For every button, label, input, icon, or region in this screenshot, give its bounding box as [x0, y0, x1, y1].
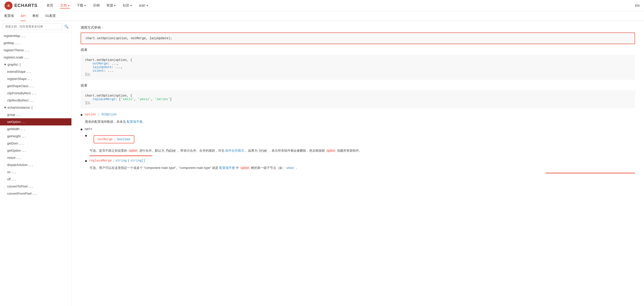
replacemerge-option-highlight: option — [240, 166, 250, 170]
param-option-type: ECOption — [102, 113, 117, 116]
sidebar-item-registershape[interactable]: registerShape ... , — [0, 75, 72, 82]
logo[interactable]: ECHARTS — [4, 2, 38, 10]
sidebar-item-convertfrompixel[interactable]: convertFromPixel ... , — [0, 190, 72, 197]
community-chevron-icon: ▼ — [130, 4, 132, 7]
resources-chevron-icon: ▼ — [114, 4, 116, 7]
sidebar-item-getwidth[interactable]: getWidth ... , — [0, 126, 72, 132]
replacemerge-container: replaceMerge : string | string[] — [85, 159, 635, 162]
sidebar-item-getoption[interactable]: getOption ... , — [0, 147, 72, 154]
notmerge-colon: : — [114, 138, 116, 141]
sidebar-item-on[interactable]: on ... , — [0, 168, 72, 176]
notmerge-option-highlight: option — [128, 148, 138, 152]
sidebar-item-setoption[interactable]: setOption ... , — [0, 118, 72, 126]
or-text-1: 或者 — [80, 48, 635, 52]
nav-docs[interactable]: 文档 ▼ — [60, 2, 70, 8]
sidebar-item-off[interactable]: off ... , — [0, 176, 72, 183]
param-option-colon: : — [96, 113, 102, 116]
sidebar-item-registermap[interactable]: registerMap ... , — [0, 32, 72, 40]
notmerge-container: notMerge : boolean — [85, 134, 635, 145]
content-area: 调用方式举例： chart.setOption(option, notMerge… — [72, 21, 644, 306]
top-nav: ECHARTS 首页 文档 ▼ 下载 ▼ 示例 资源 ▼ 社区 ▼ ASF ▼ … — [0, 0, 644, 11]
main-layout: 🔍 registerMap ... , getMap ... , registe… — [0, 21, 644, 306]
bullet-option — [80, 114, 82, 116]
sidebar-item-cliprectbyrect[interactable]: clipRectByRect ... , — [0, 97, 72, 104]
sidebar-item-converttopixel[interactable]: convertToPixel ... , — [0, 183, 72, 190]
notmerge-option-highlight-2: option — [326, 148, 336, 152]
notmerge-label: notMerge — [98, 138, 113, 141]
merge-mode-link[interactable]: 组件合并模式 — [225, 149, 244, 152]
subnav-tutorial[interactable]: 教程 — [32, 11, 39, 21]
asf-chevron-icon: ▼ — [146, 4, 148, 7]
subnav-gl[interactable]: GL配置 — [46, 11, 56, 21]
sidebar-item-getdom[interactable]: getDom ... , — [0, 140, 72, 147]
red-underline-decoration-1 — [90, 156, 635, 156]
notmerge-type: boolean — [117, 138, 130, 141]
opts-item: opts — [80, 127, 635, 131]
sub-nav: 配置项 API 教程 GL配置 — [0, 11, 644, 21]
config-handbook-link[interactable]: 配置项手册 — [127, 120, 142, 124]
bullet-notmerge — [85, 135, 87, 137]
call-example-label: 调用方式举例： — [80, 26, 635, 30]
nav-home[interactable]: 首页 — [46, 2, 53, 8]
collapse-icon: ▼ — [4, 63, 7, 66]
param-option-label: option — [85, 113, 96, 116]
sidebar-item-group[interactable]: group ... , — [0, 111, 72, 118]
sidebar-item-getshapeclass[interactable]: getShapeClass ... , — [0, 82, 72, 90]
bullet-replacemerge — [85, 160, 87, 162]
replacemerge-sep: | — [128, 159, 130, 162]
subnav-config[interactable]: 配置项 — [4, 11, 14, 21]
replacemerge-handbook-link[interactable]: 配置项手册 — [219, 166, 235, 170]
sidebar-item-getmap[interactable]: getMap ... , — [0, 40, 72, 46]
search-box: 🔍 — [0, 21, 72, 32]
red-underline-decoration-2 — [80, 173, 635, 174]
code-block-2: chart.setOption(option, { notMerge: ...,… — [80, 55, 635, 80]
logo-text: ECHARTS — [14, 3, 38, 8]
replacemerge-colon: : — [113, 159, 114, 162]
nav-download[interactable]: 下载 ▼ — [76, 3, 86, 8]
sidebar-item-extendshape[interactable]: extendShape ... , — [0, 68, 72, 75]
replacemerge-content: replaceMerge : string | string[] — [89, 159, 145, 162]
nav-resources[interactable]: 资源 ▼ — [106, 3, 116, 8]
notmerge-item: notMerge : boolean — [85, 134, 635, 145]
sidebar: 🔍 registerMap ... , getMap ... , registe… — [0, 21, 72, 306]
red-line-1 — [90, 156, 152, 156]
echartsinstance-collapse-icon: ▼ — [4, 106, 7, 109]
sidebar-item-registertheme[interactable]: registerTheme ... , — [0, 46, 72, 54]
opts-content: opts — [85, 127, 92, 131]
replacemerge-item: replaceMerge : string | string[] — [85, 159, 635, 162]
logo-icon — [4, 2, 12, 10]
lang-switch[interactable]: EN — [635, 4, 640, 8]
sidebar-item-registerlocale[interactable]: registerLocale ... , — [0, 54, 72, 61]
nav-community[interactable]: 社区 ▼ — [123, 3, 132, 8]
subnav-api[interactable]: API — [20, 11, 26, 21]
sidebar-item-getheight[interactable]: getHeight ... , — [0, 132, 72, 140]
search-input[interactable] — [3, 23, 62, 30]
notmerge-desc: 可选。是否不跟之前设置的 option 进行合并。默认为 false 。即表示合… — [90, 148, 635, 154]
red-line-2 — [546, 173, 635, 174]
sidebar-item-clippointsbyrect[interactable]: clipPointsByRect ... , — [0, 90, 72, 97]
replacemerge-type1: string — [115, 159, 126, 162]
replacemerge-type2: string[] — [130, 159, 145, 162]
param-option-desc: 图表的配置项和数据，具体见 配置项手册。 — [85, 119, 635, 124]
search-icon[interactable]: 🔍 — [64, 24, 69, 29]
opts-label: opts — [85, 127, 92, 131]
sidebar-item-resize[interactable]: resize ... , — [0, 154, 72, 161]
param-option-item: option : ECOption — [80, 113, 635, 116]
svg-point-0 — [6, 3, 11, 8]
param-option-content: option : ECOption — [85, 113, 117, 116]
notmerge-false-highlight: false — [165, 149, 176, 153]
replacemerge-desc: 可选。用户可以在这里指定一个或多个 "component main type"。… — [90, 165, 635, 171]
nav-asf[interactable]: ASF ▼ — [139, 4, 148, 8]
replacemerge-label: replaceMerge — [89, 159, 112, 162]
sidebar-section-graphic[interactable]: ▼ graphic: { — [0, 61, 72, 68]
sidebar-section-echartsinstance[interactable]: ▼ echartsInstance: { — [0, 104, 72, 111]
code-block-3: chart.setOption(option, { replaceMerge: … — [80, 90, 635, 108]
notmerge-true-highlight: true — [258, 149, 268, 153]
nav-examples[interactable]: 示例 — [93, 2, 100, 8]
sidebar-item-dispatchaction[interactable]: dispatchAction ... , — [0, 161, 72, 168]
bullet-opts — [80, 128, 82, 130]
code-block-1: chart.setOption(option, notMerge, lazyUp… — [80, 32, 635, 44]
notmerge-param-box: notMerge : boolean — [94, 135, 134, 143]
svg-point-1 — [8, 6, 9, 7]
download-chevron-icon: ▼ — [84, 4, 86, 7]
